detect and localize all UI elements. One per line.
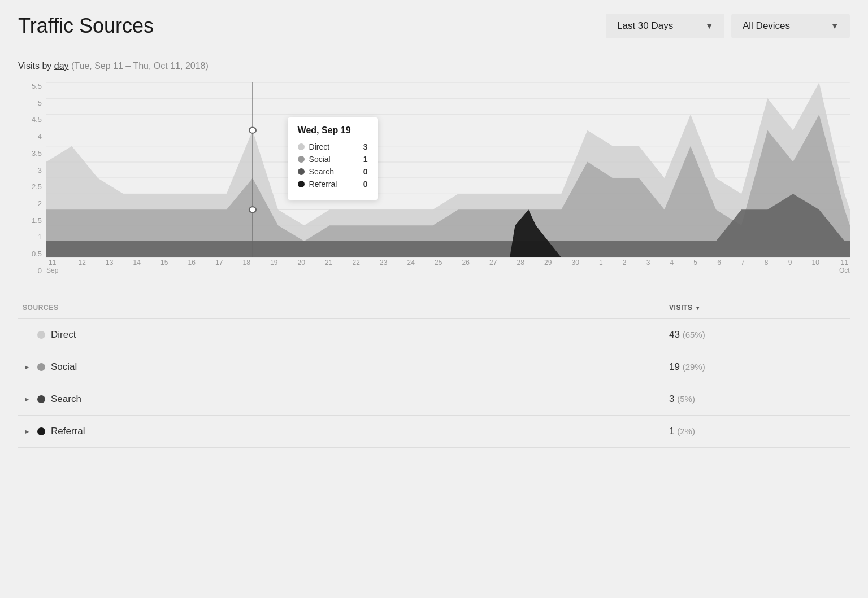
x-label-group: 13 (106, 259, 113, 274)
tooltip-row-social: Social 1 (298, 155, 368, 164)
time-filter-label: Last 30 Days (617, 20, 673, 32)
visits-pct-referral: (2%) (677, 426, 695, 436)
page-header: Traffic Sources Last 30 Days ▼ All Devic… (18, 14, 850, 38)
table-row: ► Search 3 (5%) (18, 383, 850, 416)
visits-count-social: 19 (669, 361, 680, 372)
col-sources-header: SOURCES (18, 304, 669, 312)
x-day-label: 17 (215, 259, 223, 267)
expand-button-social[interactable]: ► (23, 363, 32, 372)
y-label-5: 5 (38, 99, 42, 107)
x-day-label: 8 (765, 259, 769, 267)
y-label-4: 4 (38, 133, 42, 140)
tooltip-dot-referral (298, 181, 305, 187)
chart-subtitle: Visits by day (Tue, Sep 11 – Thu, Oct 11… (18, 61, 850, 71)
y-label-1: 1 (38, 233, 42, 241)
visits-count-direct: 43 (669, 329, 680, 340)
expand-button-search[interactable]: ► (23, 395, 32, 404)
col-visits-header: VISITS ▼ (669, 304, 850, 312)
y-label-0: 0 (38, 267, 42, 274)
tooltip-dot-social (298, 156, 305, 163)
subtitle-link[interactable]: day (54, 61, 69, 71)
crosshair-bottom-dot (249, 207, 256, 212)
x-label-group: 16 (188, 259, 196, 274)
x-label-group: 25 (435, 259, 442, 274)
x-day-label: 29 (544, 259, 552, 267)
x-label-group: 11Sep (46, 259, 58, 274)
tooltip-label-direct: Direct (309, 142, 354, 151)
tooltip-label-search: Search (309, 167, 354, 176)
x-label-group: 26 (462, 259, 470, 274)
x-label-group: 17 (215, 259, 223, 274)
x-day-label: 26 (462, 259, 470, 267)
x-label-group: 18 (243, 259, 250, 274)
table-row: ► Direct 43 (65%) (18, 319, 850, 351)
x-label-group: 24 (407, 259, 415, 274)
visits-pct-direct: (65%) (683, 330, 705, 339)
chart-container: 5.5 5 4.5 4 3.5 3 2.5 2 1.5 1 0.5 0 (18, 82, 850, 274)
page-title: Traffic Sources (18, 14, 154, 38)
x-day-label: 22 (353, 259, 360, 267)
source-dot-direct (37, 331, 45, 339)
x-day-label: 9 (788, 259, 792, 267)
x-month-label: Oct (839, 267, 850, 274)
x-day-label: 30 (572, 259, 579, 267)
header-controls: Last 30 Days ▼ All Devices ▼ (606, 14, 850, 38)
x-day-label: 23 (380, 259, 387, 267)
row-visits-social: 19 (29%) (669, 361, 850, 373)
row-visits-referral: 1 (2%) (669, 426, 850, 437)
source-name-search: Search (51, 394, 81, 405)
source-name-social: Social (51, 361, 77, 373)
x-day-label: 6 (717, 259, 721, 267)
y-label-45: 4.5 (32, 116, 42, 123)
x-label-group: 15 (160, 259, 168, 274)
x-label-group: 23 (380, 259, 387, 274)
sort-icon[interactable]: ▼ (695, 305, 701, 311)
x-label-group: 4 (670, 259, 674, 274)
visits-count-search: 3 (669, 394, 674, 404)
x-day-label: 5 (693, 259, 697, 267)
tooltip-title: Wed, Sep 19 (298, 125, 368, 136)
x-day-label: 3 (646, 259, 650, 267)
x-day-label: 10 (811, 259, 819, 267)
x-day-label: 11 (841, 259, 848, 267)
x-day-label: 4 (670, 259, 674, 267)
source-name-referral: Referral (51, 426, 85, 437)
visits-pct-social: (29%) (683, 362, 705, 372)
chart-tooltip: Wed, Sep 19 Direct 3 Social 1 Search 0 (288, 117, 378, 200)
y-axis: 5.5 5 4.5 4 3.5 3 2.5 2 1.5 1 0.5 0 (18, 82, 46, 274)
y-label-55: 5.5 (32, 82, 42, 90)
expand-button-referral[interactable]: ► (23, 427, 32, 436)
device-filter-dropdown[interactable]: All Devices ▼ (731, 14, 850, 38)
y-label-05: 0.5 (32, 250, 42, 257)
x-day-label: 16 (188, 259, 196, 267)
x-day-label: 21 (325, 259, 332, 267)
y-label-2: 2 (38, 200, 42, 207)
tooltip-dot-direct (298, 143, 305, 150)
row-source-direct: ► Direct (18, 329, 669, 341)
tooltip-value-search: 0 (363, 167, 368, 176)
chevron-down-icon: ▼ (831, 21, 839, 30)
row-visits-direct: 43 (65%) (669, 329, 850, 341)
x-day-label: 13 (106, 259, 113, 267)
tooltip-row-search: Search 0 (298, 167, 368, 176)
x-day-label: 11 (49, 259, 56, 267)
x-label-group: 12 (79, 259, 86, 274)
x-label-group: 28 (517, 259, 524, 274)
time-filter-dropdown[interactable]: Last 30 Days ▼ (606, 14, 724, 38)
table-header: SOURCES VISITS ▼ (18, 297, 850, 319)
tooltip-value-direct: 3 (363, 142, 368, 151)
tooltip-row-direct: Direct 3 (298, 142, 368, 151)
x-label-group: 29 (544, 259, 552, 274)
x-day-label: 14 (133, 259, 141, 267)
x-label-group: 22 (353, 259, 360, 274)
x-label-group: 1 (599, 259, 603, 274)
data-table: SOURCES VISITS ▼ ► Direct 43 (65%) ► Soc… (18, 297, 850, 448)
tooltip-row-referral: Referral 0 (298, 180, 368, 189)
x-day-label: 18 (243, 259, 250, 267)
y-label-15: 1.5 (32, 217, 42, 224)
source-name-direct: Direct (51, 329, 76, 341)
source-dot-referral (37, 427, 45, 435)
chart-area: Wed, Sep 19 Direct 3 Social 1 Search 0 (46, 82, 850, 257)
x-label-group: 27 (489, 259, 497, 274)
subtitle-prefix: Visits by (18, 61, 54, 71)
